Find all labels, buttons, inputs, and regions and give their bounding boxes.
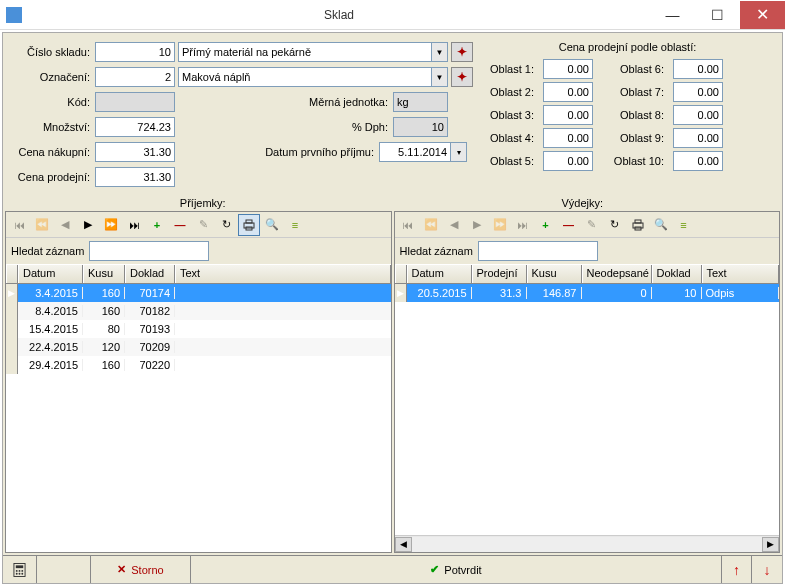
oblast-input[interactable]	[543, 151, 593, 171]
col-text[interactable]: Text	[175, 265, 391, 283]
cislo-skladu-label: Číslo skladu:	[13, 46, 95, 58]
down-button[interactable]: ↓	[752, 556, 782, 583]
storno-button[interactable]: ✕Storno	[91, 556, 191, 583]
svg-rect-6	[14, 563, 25, 576]
table-row[interactable]: ▶20.5.201531.3146.87010Odpis	[395, 284, 780, 302]
first-button[interactable]: ⏮	[397, 214, 419, 236]
oznaceni-dropdown-button[interactable]: ▼	[431, 67, 448, 87]
table-row[interactable]: 15.4.20158070193	[6, 320, 391, 338]
next-button[interactable]: ▶	[466, 214, 488, 236]
col-kusu[interactable]: Kusu	[527, 265, 582, 283]
table-row[interactable]: 29.4.201516070220	[6, 356, 391, 374]
svg-point-9	[19, 570, 21, 572]
maximize-button[interactable]: ☐	[695, 1, 740, 29]
table-row[interactable]: 8.4.201516070182	[6, 302, 391, 320]
titlebar: Sklad — ☐ ✕	[0, 0, 785, 30]
search-button[interactable]: 🔍	[261, 214, 283, 236]
oznaceni-input[interactable]	[95, 67, 175, 87]
prev-page-button[interactable]: ⏪	[31, 214, 53, 236]
col-kusu[interactable]: Kusu	[83, 265, 125, 283]
svg-rect-5	[635, 227, 641, 230]
col-neodepsane[interactable]: Neodepsané	[582, 265, 652, 283]
vydejky-search-input[interactable]	[478, 241, 598, 261]
oblast-input[interactable]	[673, 105, 723, 125]
oznaceni-popis-input[interactable]	[178, 67, 432, 87]
export-button[interactable]: ≡	[673, 214, 695, 236]
search-label: Hledat záznam	[400, 245, 473, 257]
oblast-input[interactable]	[543, 82, 593, 102]
potvrdit-button[interactable]: ✔Potvrdit	[191, 556, 722, 583]
add-button[interactable]: +	[535, 214, 557, 236]
sklad-dropdown-button[interactable]: ▼	[431, 42, 448, 62]
next-page-button[interactable]: ⏩	[100, 214, 122, 236]
last-button[interactable]: ⏭	[512, 214, 534, 236]
prodejni-input[interactable]	[95, 167, 175, 187]
cislo-skladu-input[interactable]	[95, 42, 175, 62]
x-icon: ✕	[117, 563, 126, 576]
table-row[interactable]: ▶3.4.201516070174	[6, 284, 391, 302]
prev-page-button[interactable]: ⏪	[420, 214, 442, 236]
prijemky-title: Příjemky:	[13, 195, 393, 211]
search-label: Hledat záznam	[11, 245, 84, 257]
oblast-input[interactable]	[673, 59, 723, 79]
datum-dropdown-button[interactable]: ▾	[450, 142, 467, 162]
next-page-button[interactable]: ⏩	[489, 214, 511, 236]
print-button[interactable]	[627, 214, 649, 236]
up-button[interactable]: ↑	[722, 556, 752, 583]
oblast-label: Oblast 4:	[483, 132, 539, 144]
first-button[interactable]: ⏮	[8, 214, 30, 236]
datum-input[interactable]	[379, 142, 451, 162]
col-datum[interactable]: Datum	[18, 265, 83, 283]
refresh-button[interactable]: ↻	[215, 214, 237, 236]
oblast-label: Oblast 8:	[613, 109, 669, 121]
svg-point-11	[16, 572, 18, 574]
prev-button[interactable]: ◀	[443, 214, 465, 236]
col-datum[interactable]: Datum	[407, 265, 472, 283]
oznaceni-label: Označení:	[13, 71, 95, 83]
search-button[interactable]: 🔍	[650, 214, 672, 236]
prijemky-toolbar: ⏮ ⏪ ◀ ▶ ⏩ ⏭ + — ✎ ↻ 🔍 ≡	[6, 212, 391, 238]
prijemky-grid[interactable]: ▶3.4.2015160701748.4.20151607018215.4.20…	[6, 284, 391, 552]
nakupni-input[interactable]	[95, 142, 175, 162]
oblast-input[interactable]	[673, 151, 723, 171]
sklad-popis-input[interactable]	[178, 42, 432, 62]
calculator-button[interactable]	[3, 556, 37, 583]
col-doklad[interactable]: Doklad	[652, 265, 702, 283]
check-icon: ✔	[430, 563, 439, 576]
refresh-button[interactable]: ↻	[604, 214, 626, 236]
edit-button[interactable]: ✎	[192, 214, 214, 236]
oblast-input[interactable]	[543, 59, 593, 79]
prodejni-label: Cena prodejní:	[13, 171, 95, 183]
footer-blank	[37, 556, 91, 583]
print-button[interactable]	[238, 214, 260, 236]
oznaceni-lookup-button[interactable]: ✦	[451, 67, 473, 87]
add-button[interactable]: +	[146, 214, 168, 236]
oblast-label: Oblast 1:	[483, 63, 539, 75]
vydejky-grid[interactable]: ▶20.5.201531.3146.87010Odpis	[395, 284, 780, 535]
col-text[interactable]: Text	[702, 265, 780, 283]
edit-button[interactable]: ✎	[581, 214, 603, 236]
scroll-right-icon[interactable]: ▶	[762, 537, 779, 552]
remove-button[interactable]: —	[169, 214, 191, 236]
minimize-button[interactable]: —	[650, 1, 695, 29]
close-button[interactable]: ✕	[740, 1, 785, 29]
kod-input	[95, 92, 175, 112]
prijemky-search-input[interactable]	[89, 241, 209, 261]
last-button[interactable]: ⏭	[123, 214, 145, 236]
prev-button[interactable]: ◀	[54, 214, 76, 236]
oblast-input[interactable]	[543, 105, 593, 125]
col-doklad[interactable]: Doklad	[125, 265, 175, 283]
sklad-lookup-button[interactable]: ✦	[451, 42, 473, 62]
oblasti-title: Cena prodejní podle oblastí:	[483, 41, 772, 55]
oblast-input[interactable]	[673, 128, 723, 148]
mnozstvi-input[interactable]	[95, 117, 175, 137]
remove-button[interactable]: —	[558, 214, 580, 236]
scroll-left-icon[interactable]: ◀	[395, 537, 412, 552]
col-prodejni[interactable]: Prodejní	[472, 265, 527, 283]
oblast-input[interactable]	[543, 128, 593, 148]
next-button[interactable]: ▶	[77, 214, 99, 236]
oblast-input[interactable]	[673, 82, 723, 102]
vydejky-hscroll[interactable]: ◀ ▶	[395, 535, 780, 552]
table-row[interactable]: 22.4.201512070209	[6, 338, 391, 356]
export-button[interactable]: ≡	[284, 214, 306, 236]
